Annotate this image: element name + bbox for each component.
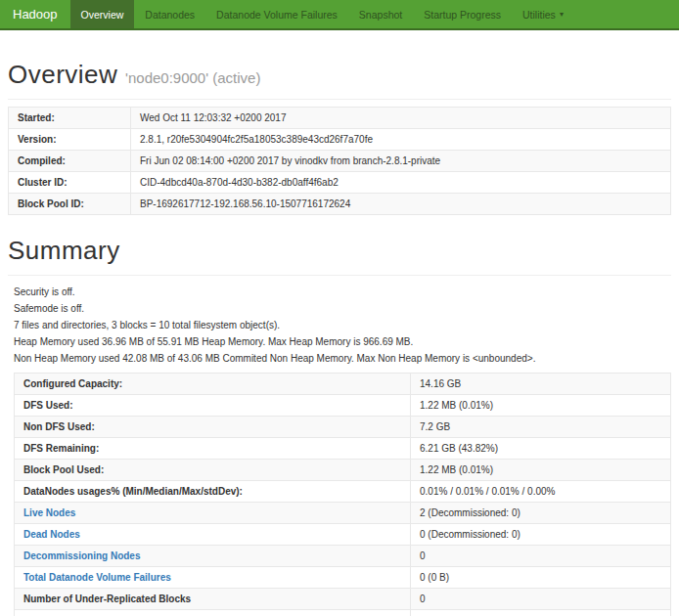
overview-table: Started:Wed Oct 11 12:03:32 +0200 2017Ve… bbox=[8, 107, 671, 215]
summary-note: Heap Memory used 36.96 MB of 55.91 MB He… bbox=[14, 337, 671, 347]
summary-row: Total Datanode Volume Failures0 (0 B) bbox=[15, 567, 671, 589]
summary-row: Configured Capacity:14.16 GB bbox=[15, 374, 671, 395]
overview-row: Started:Wed Oct 11 12:03:32 +0200 2017 bbox=[9, 108, 671, 129]
divider bbox=[8, 275, 671, 276]
summary-row-link[interactable]: Live Nodes bbox=[23, 507, 75, 518]
summary-note: Safemode is off. bbox=[14, 304, 671, 314]
summary-row-label: Total Datanode Volume Failures bbox=[15, 567, 411, 589]
summary-row: Decommissioning Nodes0 bbox=[15, 546, 671, 567]
nav-item-snapshot[interactable]: Snapshot bbox=[348, 0, 413, 28]
nav-item-label: Datanodes bbox=[145, 9, 195, 21]
summary-row-value: 1.22 MB (0.01%) bbox=[411, 460, 671, 481]
summary-row-value: 7.2 GB bbox=[411, 417, 671, 438]
nav-item-datanodes[interactable]: Datanodes bbox=[134, 0, 205, 28]
summary-row-value: 2 (Decommissioned: 0) bbox=[411, 503, 671, 524]
summary-row: DataNodes usages% (Min/Median/Max/stdDev… bbox=[15, 481, 671, 503]
overview-row: Cluster ID:CID-4dbcd40a-870d-4d30-b382-d… bbox=[9, 172, 671, 194]
overview-row-label: Version: bbox=[9, 129, 131, 151]
nav-item-label: Overview bbox=[81, 9, 124, 21]
nav-item-label: Startup Progress bbox=[424, 9, 501, 21]
summary-row-label: Non DFS Used: bbox=[15, 417, 411, 438]
summary-row-link[interactable]: Decommissioning Nodes bbox=[23, 550, 140, 561]
summary-row-value: 0 bbox=[411, 546, 671, 567]
nav-item-startup-progress[interactable]: Startup Progress bbox=[413, 0, 512, 28]
summary-row-label: DFS Used: bbox=[15, 395, 411, 417]
summary-row-value: 0 bbox=[411, 610, 671, 616]
overview-row-value: Wed Oct 11 12:03:32 +0200 2017 bbox=[131, 108, 671, 129]
page-content: Overview 'node0:9000' (active) Started:W… bbox=[0, 60, 679, 616]
summary-row: Non DFS Used:7.2 GB bbox=[15, 417, 671, 438]
chevron-down-icon: ▾ bbox=[560, 11, 564, 19]
summary-table: Configured Capacity:14.16 GBDFS Used:1.2… bbox=[14, 373, 671, 616]
hadoop-brand[interactable]: Hadoop bbox=[0, 0, 70, 28]
overview-row-value: BP-1692617712-192.168.56.10-150771617262… bbox=[131, 194, 671, 215]
summary-row-value: 0.01% / 0.01% / 0.01% / 0.00% bbox=[411, 481, 671, 503]
nav-item-overview[interactable]: Overview bbox=[70, 0, 135, 28]
nav-item-label: Snapshot bbox=[359, 9, 402, 21]
summary-row-value: 0 (0 B) bbox=[411, 567, 671, 589]
overview-row-label: Cluster ID: bbox=[9, 172, 131, 194]
summary-note: Security is off. bbox=[14, 287, 671, 297]
nav-item-label: Utilities bbox=[522, 9, 556, 21]
divider bbox=[8, 99, 671, 100]
summary-row-link[interactable]: Dead Nodes bbox=[23, 529, 80, 540]
summary-note: 7 files and directories, 3 blocks = 10 t… bbox=[14, 321, 671, 330]
summary-note: Non Heap Memory used 42.08 MB of 43.06 M… bbox=[14, 354, 671, 364]
summary-row-value: 0 (Decommissioned: 0) bbox=[411, 524, 671, 546]
summary-title: Summary bbox=[8, 236, 671, 266]
summary-row: Number of Blocks Pending Deletion0 bbox=[15, 610, 671, 616]
summary-notes: Security is off.Safemode is off.7 files … bbox=[14, 287, 671, 364]
overview-row-value: 2.8.1, r20fe5304904fc2f5a18053c389e43cd2… bbox=[131, 129, 671, 151]
summary-row: Number of Under-Replicated Blocks0 bbox=[15, 589, 671, 610]
overview-row-value: CID-4dbcd40a-870d-4d30-b382-db0aff4f6ab2 bbox=[131, 172, 671, 194]
summary-row-label: DFS Remaining: bbox=[15, 438, 411, 460]
summary-section: Summary Security is off.Safemode is off.… bbox=[8, 236, 671, 616]
summary-row-label: Number of Under-Replicated Blocks bbox=[15, 589, 411, 610]
summary-row-link[interactable]: Total Datanode Volume Failures bbox=[23, 572, 171, 583]
summary-row-label: Dead Nodes bbox=[15, 524, 411, 546]
summary-row-value: 6.21 GB (43.82%) bbox=[411, 438, 671, 460]
summary-row-label: Number of Blocks Pending Deletion bbox=[15, 610, 411, 616]
summary-row-value: 0 bbox=[411, 589, 671, 610]
summary-row-label: Live Nodes bbox=[15, 503, 411, 524]
summary-row-label: Decommissioning Nodes bbox=[15, 546, 411, 567]
overview-row: Compiled:Fri Jun 02 08:14:00 +0200 2017 … bbox=[9, 151, 671, 172]
nav-item-label: Datanode Volume Failures bbox=[216, 9, 338, 21]
summary-row: DFS Used:1.22 MB (0.01%) bbox=[15, 395, 671, 417]
nav-item-datanode-volume-failures[interactable]: Datanode Volume Failures bbox=[205, 0, 348, 28]
nav-item-utilities[interactable]: Utilities▾ bbox=[512, 0, 574, 28]
summary-row-value: 14.16 GB bbox=[411, 374, 671, 395]
overview-row: Version:2.8.1, r20fe5304904fc2f5a18053c3… bbox=[9, 129, 671, 151]
overview-row-label: Started: bbox=[9, 108, 131, 129]
summary-row-label: Block Pool Used: bbox=[15, 460, 411, 481]
summary-row-label: Configured Capacity: bbox=[15, 374, 411, 395]
overview-row-value: Fri Jun 02 08:14:00 +0200 2017 by vinodk… bbox=[131, 151, 671, 172]
summary-row: Live Nodes2 (Decommissioned: 0) bbox=[15, 503, 671, 524]
overview-row-label: Compiled: bbox=[9, 151, 131, 172]
namenode-address: 'node0:9000' (active) bbox=[125, 69, 260, 86]
overview-title-text: Overview bbox=[8, 60, 117, 89]
summary-row: Block Pool Used:1.22 MB (0.01%) bbox=[15, 460, 671, 481]
summary-row: Dead Nodes0 (Decommissioned: 0) bbox=[15, 524, 671, 546]
overview-row: Block Pool ID:BP-1692617712-192.168.56.1… bbox=[9, 194, 671, 215]
navbar-menu: OverviewDatanodesDatanode Volume Failure… bbox=[70, 0, 574, 28]
summary-row: DFS Remaining:6.21 GB (43.82%) bbox=[15, 438, 671, 460]
navbar: Hadoop OverviewDatanodesDatanode Volume … bbox=[0, 0, 679, 30]
overview-title: Overview 'node0:9000' (active) bbox=[8, 60, 671, 90]
summary-row-value: 1.22 MB (0.01%) bbox=[411, 395, 671, 417]
summary-row-label: DataNodes usages% (Min/Median/Max/stdDev… bbox=[15, 481, 411, 503]
overview-row-label: Block Pool ID: bbox=[9, 194, 131, 215]
